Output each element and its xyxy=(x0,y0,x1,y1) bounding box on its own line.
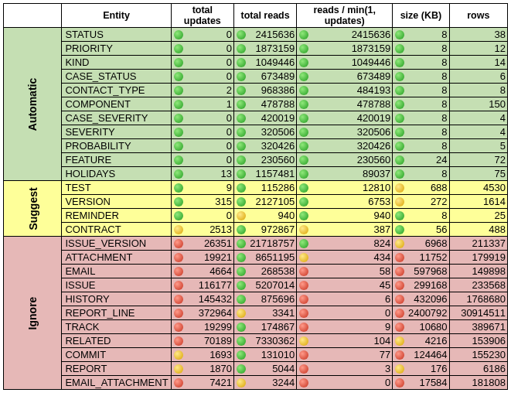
reads-cell: 174867 xyxy=(234,320,297,334)
entity-cell: ISSUE xyxy=(62,278,171,292)
status-dot-g xyxy=(395,225,404,234)
size-cell: 4216 xyxy=(393,334,449,348)
reads-cell: 2415636 xyxy=(234,28,297,42)
group-label: Automatic xyxy=(4,28,62,181)
table-row: REPORT_LINE37296433410240079230914511 xyxy=(4,306,508,320)
status-dot-g xyxy=(174,30,183,39)
status-dot-g xyxy=(237,336,246,346)
table-row: PROBABILITY032042632042685 xyxy=(4,139,508,153)
status-dot-r xyxy=(395,267,404,276)
size-cell: 176 xyxy=(393,362,449,376)
status-dot-r xyxy=(299,309,308,318)
status-dot-r xyxy=(299,378,308,388)
status-dot-y xyxy=(174,364,183,374)
metrics-table: Entity total updates total reads reads /… xyxy=(3,3,508,390)
ratio-cell: 824 xyxy=(297,237,393,251)
updates-cell: 0 xyxy=(171,70,233,84)
table-row: KIND010494461049446814 xyxy=(4,56,508,70)
rows-cell: 5 xyxy=(449,139,507,153)
size-cell: 2400792 xyxy=(393,306,449,320)
table-row: TRACK19299174867910680389671 xyxy=(4,320,508,334)
status-dot-g xyxy=(395,114,404,123)
table-row: FEATURE02305602305602472 xyxy=(4,153,508,167)
status-dot-g xyxy=(395,128,404,137)
rows-cell: 211337 xyxy=(449,237,507,251)
size-cell: 688 xyxy=(393,181,449,195)
status-dot-g xyxy=(299,100,308,109)
status-dot-g xyxy=(237,128,246,137)
status-dot-g xyxy=(299,44,308,53)
table-row: EMAIL466426853858597968149898 xyxy=(4,265,508,278)
header-size: size (KB) xyxy=(393,4,449,28)
table-row: ATTACHMENT19921865119543411752179919 xyxy=(4,251,508,265)
entity-cell: REPORT xyxy=(62,362,171,376)
reads-cell: 673489 xyxy=(234,70,297,84)
reads-cell: 2127105 xyxy=(234,195,297,209)
status-dot-g xyxy=(237,267,246,276)
table-row: RELATED7018973303621044216153906 xyxy=(4,334,508,348)
size-cell: 56 xyxy=(393,223,449,237)
reads-cell: 3244 xyxy=(234,376,297,390)
status-dot-y xyxy=(299,225,308,234)
status-dot-g xyxy=(237,323,246,332)
reads-cell: 21718757 xyxy=(234,237,297,251)
status-dot-r xyxy=(174,336,183,346)
updates-cell: 0 xyxy=(171,209,233,223)
status-dot-y xyxy=(237,309,246,318)
rows-cell: 181808 xyxy=(449,376,507,390)
size-cell: 8 xyxy=(393,111,449,125)
entity-cell: COMMIT xyxy=(62,348,171,362)
updates-cell: 315 xyxy=(171,195,233,209)
reads-cell: 230560 xyxy=(234,153,297,167)
header-reads: total reads xyxy=(234,4,297,28)
table-row: ISSUE116177520701445299168233568 xyxy=(4,278,508,292)
size-cell: 8 xyxy=(393,28,449,42)
status-dot-g xyxy=(299,155,308,165)
rows-cell: 6 xyxy=(449,70,507,84)
updates-cell: 0 xyxy=(171,42,233,56)
entity-cell: PROBABILITY xyxy=(62,139,171,153)
reads-cell: 115286 xyxy=(234,181,297,195)
status-dot-y xyxy=(395,336,404,346)
status-dot-g xyxy=(395,100,404,109)
group-label: Ignore xyxy=(4,237,62,390)
ratio-cell: 420019 xyxy=(297,111,393,125)
updates-cell: 19921 xyxy=(171,251,233,265)
status-dot-g xyxy=(237,183,246,193)
table-row: EMAIL_ATTACHMENT74213244017584181808 xyxy=(4,376,508,390)
rows-cell: 4530 xyxy=(449,181,507,195)
status-dot-g xyxy=(237,86,246,95)
reads-cell: 7330362 xyxy=(234,334,297,348)
status-dot-r xyxy=(395,350,404,360)
status-dot-g xyxy=(174,128,183,137)
updates-cell: 7421 xyxy=(171,376,233,390)
ratio-cell: 484193 xyxy=(297,84,393,97)
updates-cell: 145432 xyxy=(171,292,233,306)
status-dot-r xyxy=(395,295,404,304)
status-dot-g xyxy=(299,30,308,39)
entity-cell: TEST xyxy=(62,181,171,195)
ratio-cell: 2415636 xyxy=(297,28,393,42)
ratio-cell: 89037 xyxy=(297,167,393,181)
header-rows: rows xyxy=(449,4,507,28)
status-dot-g xyxy=(237,30,246,39)
entity-cell: TRACK xyxy=(62,320,171,334)
size-cell: 8 xyxy=(393,139,449,153)
status-dot-r xyxy=(395,323,404,332)
table-row: REMINDER0940940825 xyxy=(4,209,508,223)
status-dot-g xyxy=(237,100,246,109)
reads-cell: 972867 xyxy=(234,223,297,237)
status-dot-r xyxy=(395,378,404,388)
header-blank xyxy=(4,4,62,28)
status-dot-y xyxy=(395,183,404,193)
entity-cell: EMAIL_ATTACHMENT xyxy=(62,376,171,390)
reads-cell: 968386 xyxy=(234,84,297,97)
table-row: VERSION315212710567532721614 xyxy=(4,195,508,209)
size-cell: 299168 xyxy=(393,278,449,292)
status-dot-y xyxy=(395,239,404,248)
status-dot-g xyxy=(237,225,246,234)
status-dot-y xyxy=(174,350,183,360)
reads-cell: 320506 xyxy=(234,125,297,139)
ratio-cell: 230560 xyxy=(297,153,393,167)
status-dot-g xyxy=(237,350,246,360)
